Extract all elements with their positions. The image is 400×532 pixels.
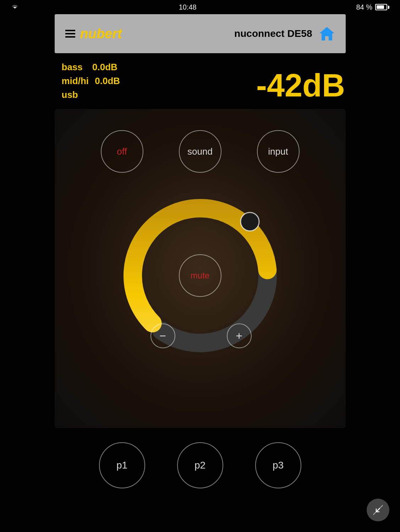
sound-button[interactable]: sound [179, 130, 221, 173]
logo: nubert [80, 26, 122, 41]
battery-icon [375, 4, 389, 10]
midhi-value: 0.0dB [95, 76, 120, 86]
volume-knob-container: mute − + [108, 183, 292, 368]
svg-point-3 [241, 212, 259, 231]
svg-marker-0 [319, 27, 334, 40]
collapse-button[interactable] [367, 499, 389, 521]
top-buttons: off sound input [55, 130, 346, 173]
preset-1-button[interactable]: p1 [99, 442, 145, 488]
home-icon[interactable] [319, 26, 335, 42]
battery-percentage: 84 % [356, 3, 372, 11]
wifi-icon [11, 3, 19, 12]
volume-up-button[interactable]: + [227, 323, 252, 348]
volume-display: -42dB [256, 67, 345, 104]
status-bar: 10:48 84 % [0, 0, 400, 14]
app-header: nubert nuconnect DE58 [55, 14, 346, 53]
device-name: nuconnect DE58 [234, 28, 312, 39]
input-button[interactable]: input [257, 130, 300, 173]
battery-area: 84 % [356, 3, 389, 11]
header-left: nubert [65, 26, 122, 41]
main-control-area: off sound input mute − + [55, 109, 346, 428]
menu-icon[interactable] [65, 30, 75, 38]
source-label: usb [62, 89, 78, 100]
off-button[interactable]: off [101, 130, 143, 173]
preset-buttons: p1 p2 p3 [55, 442, 346, 488]
mute-button[interactable]: mute [179, 254, 221, 297]
bass-label: bass [62, 62, 83, 72]
midhi-label: mid/hi [62, 76, 89, 86]
volume-down-button[interactable]: − [150, 323, 175, 348]
time-display: 10:48 [179, 3, 197, 11]
preset-2-button[interactable]: p2 [177, 442, 223, 488]
header-right: nuconnect DE58 [234, 26, 335, 42]
bass-value: 0.0dB [92, 62, 117, 72]
preset-3-button[interactable]: p3 [255, 442, 301, 488]
